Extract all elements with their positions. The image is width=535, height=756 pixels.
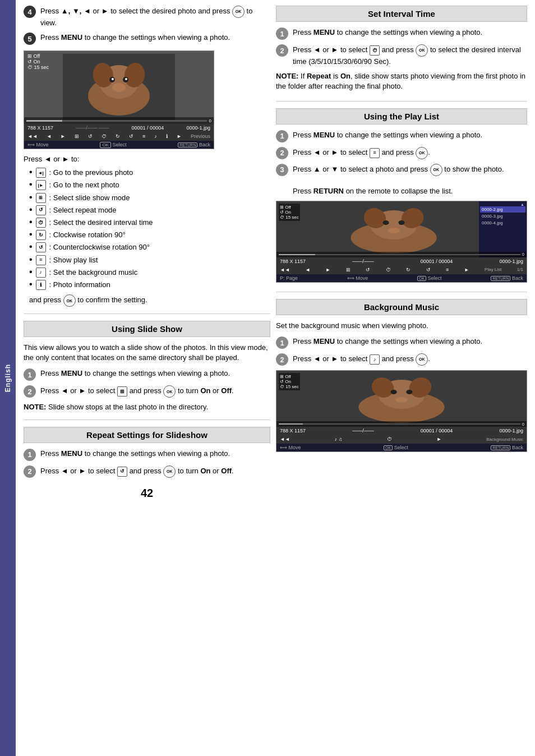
bg-move-label: ⟺ Move [280,445,301,450]
press-label: Press ◄ or ► to: [24,155,270,163]
svg-point-7 [112,78,114,80]
bg-step1-text: Press MENU to change the settings when v… [293,336,527,347]
playlist-step2-text: Press ◄ or ► to select ≡ and press OK. [293,147,527,159]
interval-step2-circle: 2 [276,44,288,57]
bullet-cw: • ↻ : Clockwise rotation 90° [29,230,270,240]
playlist-item-2: 0000-3.jpg [480,213,525,219]
viewer-info-bar: 788 X 1157 ——/—— —— 00001 / 00004 0000-1… [24,124,214,132]
interval-step1: 1 Press MENU to change the settings when… [276,27,527,40]
playlist-icon: ≡ [36,255,46,265]
ok-slide: OK [163,385,176,398]
back-label: RETURN Back [178,142,210,147]
repeat-text: : Select repeat mode [49,205,117,215]
slideshow-select-icon: ⊞ [117,386,127,397]
playlist-step3: 3 Press ▲ or ▼ to select a photo and pre… [276,164,527,196]
bg-step2: 2 Press ◄ or ► to select ♪ and press OK. [276,353,527,366]
bg-select-label: OK Select [384,445,408,450]
ok-button-inline: OK [232,6,245,18]
pl-count: 00001 / 00004 [421,259,453,264]
bg-step2-text: Press ◄ or ► to select ♪ and press OK. [293,353,527,366]
bg-music-description: Set the background music when viewing ph… [276,321,527,331]
divider-3 [276,101,527,102]
function-list: • ◄| : Go to the previous photo • |► : G… [29,168,270,290]
ok-interval: OK [416,44,428,57]
svg-point-10 [112,83,126,92]
interval-step2-text: Press ◄ or ► to select ⏱ and press OK to… [293,44,527,67]
bg-music-viewer: ⊞ Off ↺ On ⏱ 15 sec 0 788 X 1157 ——/—— 0… [276,370,527,452]
ctrl-slideshow: ⊞ [75,133,79,139]
repeat-step2-circle: 2 [24,465,36,478]
bg-info-bar: 788 X 1157 ——/—— 00001 / 00004 0000-1.jp… [276,427,527,435]
playlist-progress: 0 [276,252,527,257]
bg-step1-circle: 1 [276,336,288,349]
bullet-dot-10: • [29,280,33,289]
music-select-icon: ♪ [370,354,380,365]
bg-overlay: ⊞ Off ↺ On ⏱ 15 sec [279,373,300,390]
step-5-text: Press MENU to change the settings when v… [40,33,270,43]
pl-select-label: OK Select [417,275,442,281]
repeat-step1-circle: 1 [24,449,36,461]
interval-select-icon: ⏱ [370,45,380,56]
slide-step1-text: Press MENU to change the settings when v… [40,368,270,379]
bg-controls: ◄◄ ♪ ♫ ⏱ ► Background Music [276,435,527,444]
bg-step2-circle: 2 [276,353,288,366]
ctrl-playlist: ≡ [142,133,145,139]
bg-music-title: Background Music [364,302,439,312]
clockwise-icon: ↻ [36,230,46,240]
bullet-playlist: • ≡ : Show play list [29,255,270,265]
bullet-dot-7: • [29,242,33,251]
svg-point-24 [390,390,396,394]
slide-step1: 1 Press MENU to change the settings when… [24,368,270,381]
slide-step2-text: Press ◄ or ► to select ⊞ and press OK to… [40,385,270,398]
ccw-text: : Counterclockwise rotation 90° [49,242,150,252]
playlist-header: Using the Play List [276,108,527,125]
ctrl-music: ♪ [154,133,157,139]
playlist-step1: 1 Press MENU to change the settings when… [276,130,527,142]
bg-progress-bar [279,423,520,425]
slide-step2-circle: 2 [24,385,36,398]
prev-text: : Go to the previous photo [49,168,133,178]
interval-note: NOTE: If Repeat is On, slide show starts… [276,71,527,91]
svg-point-25 [406,390,412,394]
overlay-interval: ⏱ 15 sec [27,64,49,70]
playlist-text: : Show play list [49,255,98,265]
bullet-slideshow: • ⊞ : Select slide show mode [29,193,270,203]
playlist-step1-circle: 1 [276,130,288,142]
page-number: 42 [24,487,270,500]
interval-step2: 2 Press ◄ or ► to select ⏱ and press OK … [276,44,527,67]
playlist-section: Using the Play List 1 Press MENU to chan… [276,108,527,283]
playlist-step3-text: Press ▲ or ▼ to select a photo and press… [293,164,527,196]
ctrl-next-skip: ► [61,133,66,139]
step-4-circle: 4 [24,6,36,18]
ctrl-repeat: ↺ [88,133,93,139]
ctrl-play: ► [177,133,182,139]
bg-dim: 788 X 1157 [280,428,306,434]
interval-title: Set Interval Time [368,9,435,19]
pl-dim: 788 X 1157 [280,259,306,264]
playlist-step3-circle: 3 [276,164,288,176]
bg-count: 00001 / 00004 [421,428,453,434]
playlist-label-ctrl: Play List [485,267,501,272]
bg-bottom-bar: ⟺ Move OK Select RETURN Back [276,444,527,451]
photo-viewer-main: ⊞ Off ↺ On ⏱ 15 sec 0 788 X 1157 ——/—— —… [24,50,214,149]
cw-text: : Clockwise rotation 90° [49,230,126,240]
bullet-dot-5: • [29,218,33,227]
playlist-item-3: 0000-4.jpg [480,220,525,226]
progress-bar [26,120,207,122]
bg-photo-area: ⊞ Off ↺ On ⏱ 15 sec 0 [276,371,527,427]
dog-image [63,54,175,121]
viewer-filename: 0000-1.jpg [186,125,210,131]
ok-bg: OK [416,353,428,366]
bullet-dot-6: • [29,230,33,239]
step-4-row: 4 Press ▲, ▼, ◄ or ► to select the desir… [24,6,270,28]
bullet-dot-3: • [29,193,33,202]
repeat-step2: 2 Press ◄ or ► to select ↺ and press OK … [24,465,270,478]
move-label: ⟺ Move [27,142,49,147]
bg-music-section: Background Music Set the background musi… [276,299,527,452]
bullet-dot-1: • [29,168,33,177]
sidebar-language-label: English [4,364,12,392]
step-5-row: 5 Press MENU to change the settings when… [24,33,270,45]
repeat-step1: 1 Press MENU to change the settings when… [24,449,270,461]
svg-point-17 [398,220,404,225]
viewer-dimensions: 788 X 1157 [27,125,53,131]
